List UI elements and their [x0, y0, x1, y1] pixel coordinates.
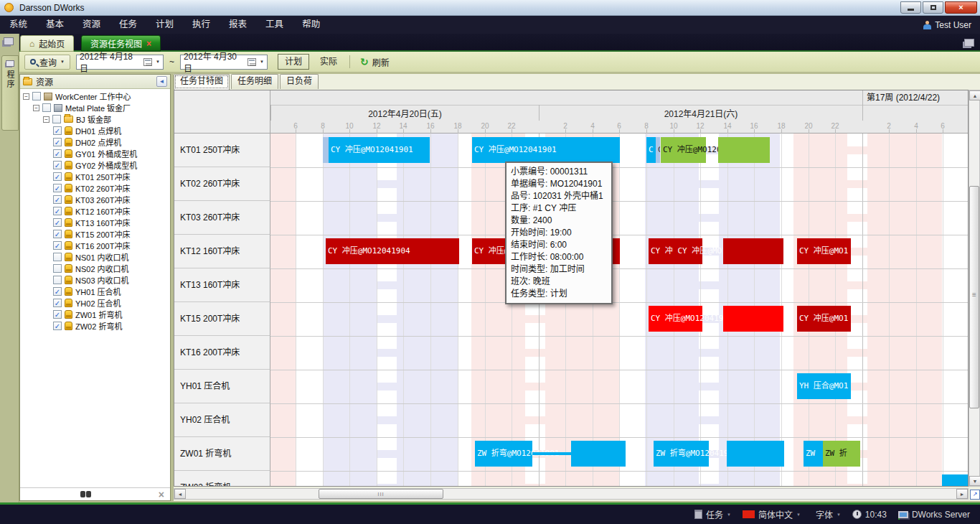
actual-toggle-button[interactable]: 实际	[314, 54, 344, 70]
gantt-task-bar[interactable]: CY 冲压@MO12041904	[326, 238, 459, 264]
tab-list-icon[interactable]	[964, 39, 974, 47]
gantt-task-bar[interactable]: CY 冲 CY 冲压@MO12041904	[649, 238, 702, 264]
scroll-right-arrow[interactable]: ►	[956, 489, 968, 499]
find-icon[interactable]	[80, 491, 91, 497]
tree-item[interactable]: ✓ZW02 折弯机	[20, 320, 170, 332]
gantt-task-bar[interactable]	[942, 474, 969, 487]
tree-item[interactable]: NS02 内收口机	[20, 263, 170, 274]
user-area[interactable]: Test User	[923, 16, 971, 34]
tree-checkbox[interactable]	[53, 264, 62, 273]
tree-item[interactable]: ✓KT16 200T冲床	[20, 240, 170, 251]
statusbar-item[interactable]: 10:43	[852, 510, 887, 520]
tab-close-icon[interactable]: ×	[146, 39, 151, 49]
gantt-task-bar[interactable]	[323, 137, 329, 163]
scroll-down-arrow[interactable]: ▼	[969, 476, 980, 486]
tree-checkbox[interactable]	[42, 103, 51, 112]
gantt-task-bar[interactable]: CY 冲压@MO12041902	[661, 137, 706, 163]
tab-home-page[interactable]: ⌂ 起始页	[20, 35, 74, 52]
statusbar-item[interactable]: 简体中文▼	[743, 508, 801, 520]
tree-item[interactable]: ✓ZW01 折弯机	[20, 309, 170, 320]
date-to-field[interactable]: 2012年 4月30日 ▼	[180, 55, 268, 70]
collapse-panel-button[interactable]: ◄	[156, 76, 167, 87]
gantt-task-bar[interactable]: C	[646, 137, 656, 163]
tree-item[interactable]: ✓KT03 260T冲床	[20, 194, 170, 205]
tree-checkbox[interactable]: ✓	[53, 172, 62, 181]
vertical-scroll-thumb[interactable]	[969, 186, 979, 408]
tree-item[interactable]: −BJ 钣金部	[20, 113, 170, 125]
scroll-up-arrow[interactable]: ▲	[969, 90, 980, 100]
tree-item[interactable]: ✓KT15 200T冲床	[20, 228, 170, 240]
gantt-tab[interactable]: 日负荷	[280, 74, 319, 89]
gantt-task-bar[interactable]	[723, 306, 783, 332]
menu-item[interactable]: 计划	[146, 16, 183, 34]
gantt-task-bar[interactable]: CY 冲压@MO1	[797, 306, 851, 332]
dock-windows-icon[interactable]	[4, 37, 14, 45]
menu-item[interactable]: 资源	[73, 16, 110, 34]
menu-item[interactable]: 任务	[110, 16, 146, 34]
tree-item[interactable]: ✓KT01 250T冲床	[20, 171, 170, 182]
tree-item[interactable]: NS03 内收口机	[20, 274, 170, 286]
navigate-corner-button[interactable]: ↗	[970, 490, 980, 500]
statusbar-item[interactable]: 任务▼	[694, 508, 731, 520]
gantt-task-bar[interactable]: ZW	[804, 441, 823, 467]
tree-item[interactable]: −Metal Plate 钣金厂	[20, 102, 170, 113]
tree-item[interactable]: ✓GY01 外桶成型机	[20, 148, 170, 159]
collapse-expander-icon[interactable]: −	[43, 116, 50, 123]
statusbar-item[interactable]: 字体▼	[812, 508, 841, 520]
tree-item[interactable]: ✓KT13 160T冲床	[20, 217, 170, 228]
tree-checkbox[interactable]: ✓	[53, 299, 62, 307]
collapse-expander-icon[interactable]: −	[33, 105, 39, 111]
tree-checkbox[interactable]	[53, 276, 62, 284]
gantt-task-bar[interactable]: C	[656, 137, 660, 163]
gantt-task-bar[interactable]	[723, 238, 783, 264]
gantt-task-bar[interactable]	[727, 441, 784, 467]
tree-checkbox[interactable]: ✓	[53, 138, 62, 146]
tree-checkbox[interactable]: ✓	[53, 184, 62, 192]
clear-filter-icon[interactable]: ×	[159, 490, 164, 500]
tree-item[interactable]: ✓KT12 160T冲床	[20, 205, 170, 217]
tree-checkbox[interactable]: ✓	[53, 195, 62, 204]
horizontal-scrollbar[interactable]: ◄ ΙΙΙ ►	[174, 488, 969, 500]
tree-checkbox[interactable]: ✓	[53, 230, 62, 238]
statusbar-item[interactable]: DWorks Server	[898, 510, 970, 520]
gantt-task-bar[interactable]: ZW 折弯@MO12041901	[475, 441, 532, 467]
tree-checkbox[interactable]	[52, 115, 61, 123]
gantt-task-bar[interactable]: CY 冲压@MO12041901	[472, 137, 620, 163]
gantt-tab[interactable]: 任务甘特图	[174, 74, 230, 90]
dock-tab-program[interactable]: 程序	[1, 55, 19, 131]
tree-checkbox[interactable]	[53, 253, 62, 261]
collapse-expander-icon[interactable]: −	[23, 93, 29, 100]
menu-item[interactable]: 系统	[0, 16, 37, 34]
restore-button[interactable]	[923, 1, 943, 14]
menu-item[interactable]: 执行	[183, 16, 220, 34]
tree-checkbox[interactable]: ✓	[53, 241, 62, 250]
tree-item[interactable]: ✓DH02 点焊机	[20, 136, 170, 148]
tree-item[interactable]: ✓DH01 点焊机	[20, 125, 170, 136]
tree-item[interactable]: ✓YH01 压合机	[20, 286, 170, 297]
gantt-task-bar[interactable]: ZW 折弯@MO12041901	[654, 441, 709, 467]
gantt-task-bar[interactable]: CY 冲压@MO1	[797, 238, 851, 264]
minimize-button[interactable]	[900, 1, 921, 14]
tree-item[interactable]: ✓KT02 260T冲床	[20, 182, 170, 194]
date-from-field[interactable]: 2012年 4月18日 ▼	[76, 55, 164, 70]
close-button[interactable]: ×	[945, 1, 977, 14]
tree-checkbox[interactable]	[32, 92, 41, 100]
refresh-button[interactable]: ↻ 刷新	[356, 56, 394, 68]
gantt-task-bar[interactable]: YH 压合@MO1	[797, 373, 851, 399]
tree-checkbox[interactable]: ✓	[53, 149, 62, 158]
plan-toggle-button[interactable]: 计划	[278, 54, 309, 70]
gantt-task-bar[interactable]: ZW 折	[823, 441, 860, 467]
menu-item[interactable]: 帮助	[293, 16, 329, 34]
tree-checkbox[interactable]: ✓	[53, 287, 62, 296]
gantt-task-bar[interactable]	[532, 452, 571, 455]
tree-item[interactable]: NS01 内收口机	[20, 251, 170, 263]
menu-item[interactable]: 基本	[37, 16, 73, 34]
tree-item[interactable]: ✓YH02 压合机	[20, 297, 170, 309]
gantt-task-bar[interactable]	[571, 441, 626, 467]
query-button[interactable]: 查询 ▼	[24, 55, 70, 70]
tree-item[interactable]: −WorkCenter 工作中心	[20, 90, 170, 102]
gantt-task-bar[interactable]: CY 冲压@MO12041903	[649, 306, 702, 332]
tree-checkbox[interactable]: ✓	[53, 322, 62, 330]
scroll-left-arrow[interactable]: ◄	[174, 489, 186, 499]
tree-checkbox[interactable]: ✓	[53, 207, 62, 215]
